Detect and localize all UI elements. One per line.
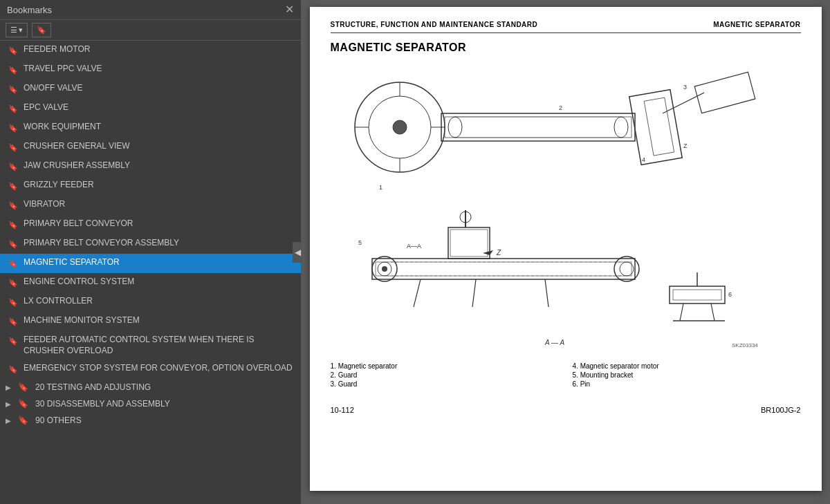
bookmark-item-onoff-valve[interactable]: 🔖 ON/OFF VALVE [0, 80, 301, 99]
document-panel: ◀ STRUCTURE, FUNCTION AND MAINTENANCE ST… [301, 0, 830, 504]
bookmark-icon-onoff-valve: 🔖 [8, 84, 18, 95]
caption-text-1: Magnetic separator [338, 362, 398, 370]
bookmark-label-feeder-auto: FEEDER AUTOMATIC CONTROL SYSTEM WHEN THE… [24, 335, 295, 356]
doc-code: BR100JG-2 [761, 406, 800, 414]
section-testing[interactable]: ▶ 🔖 20 TESTING AND ADJUSTING [0, 379, 301, 395]
bookmark-label-primary-belt-assembly: PRIMARY BELT CONVEYOR ASSEMBLY [24, 238, 295, 249]
caption-5: 5. Mounting bracket [573, 371, 801, 379]
svg-rect-23 [376, 262, 631, 276]
svg-text:4: 4 [642, 156, 645, 163]
bookmark-item-grizzly-feeder[interactable]: 🔖 GRIZZLY FEEDER [0, 176, 301, 196]
svg-line-15 [663, 93, 704, 113]
bookmark-label-grizzly-feeder: GRIZZLY FEEDER [24, 180, 295, 191]
caption-text-3: Guard [338, 380, 358, 388]
bookmark-item-epc-valve[interactable]: 🔖 EPC VALVE [0, 99, 301, 118]
svg-text:2: 2 [559, 104, 562, 111]
caption-1: 1. Magnetic separator [331, 362, 559, 370]
bookmark-item-engine-control[interactable]: 🔖 ENGINE CONTROL SYSTEM [0, 273, 301, 292]
bookmark-item-primary-belt[interactable]: 🔖 PRIMARY BELT CONVEYOR [0, 215, 301, 234]
caption-grid: 1. Magnetic separator 4. Magnetic separa… [331, 362, 801, 388]
section-label-disassembly: 30 DISASSEMBLY AND ASSEMBLY [35, 399, 170, 409]
bookmark-label-machine-monitor: MACHINE MONITOR SYSTEM [24, 315, 295, 326]
bookmark-label-travel-ppc: TRAVEL PPC VALVE [24, 64, 295, 75]
list-view-button[interactable]: ☰ ▾ [6, 23, 28, 37]
header-right-text: MAGNETIC SEPARATOR [713, 21, 800, 28]
bookmark-icon-lx-controller: 🔖 [8, 297, 18, 308]
bookmark-item-vibrator[interactable]: 🔖 VIBRATOR [0, 196, 301, 215]
bookmark-icon-magnetic-separator: 🔖 [8, 258, 18, 269]
bookmark-label-magnetic-separator: MAGNETIC SEPARATOR [24, 257, 295, 268]
bookmark-item-work-equipment[interactable]: 🔖 WORK EQUIPMENT [0, 118, 301, 138]
caption-num-1: 1. [331, 362, 336, 370]
header-left-text: STRUCTURE, FUNCTION AND MAINTENANCE STAN… [331, 21, 538, 28]
bookmark-label-crusher-general: CRUSHER GENERAL VIEW [24, 141, 295, 152]
svg-text:A — A: A — A [544, 339, 564, 346]
bookmark-icon: 🔖 [37, 26, 46, 35]
close-button[interactable]: ✕ [285, 4, 294, 15]
bookmark-icon-vibrator: 🔖 [8, 200, 18, 211]
caption-text-2: Guard [338, 371, 358, 379]
chevron-down-icon: ▾ [19, 26, 23, 35]
caption-4: 4. Magnetic separator motor [573, 362, 801, 370]
svg-point-9 [448, 117, 462, 138]
bookmark-icon-jaw-crusher: 🔖 [8, 161, 18, 172]
bookmark-item-feeder-motor[interactable]: 🔖 FEEDER MOTOR [0, 41, 301, 60]
bookmark-icon-feeder-motor: 🔖 [8, 45, 18, 56]
bookmarks-title: Bookmarks [7, 5, 52, 15]
caption-text-6: Pin [580, 380, 590, 388]
bookmark-item-lx-controller[interactable]: 🔖 LX CONTROLLER [0, 292, 301, 312]
svg-line-45 [680, 304, 683, 321]
bookmark-icon-primary-belt-assembly: 🔖 [8, 239, 18, 250]
svg-line-33 [545, 279, 548, 307]
bookmark-icon-emergency-stop: 🔖 [8, 364, 18, 375]
bookmark-icon-engine-control: 🔖 [8, 277, 18, 288]
caption-num-2: 2. [331, 371, 336, 379]
bookmarks-list: 🔖 FEEDER MOTOR 🔖 TRAVEL PPC VALVE 🔖 ON/O… [0, 41, 301, 504]
bookmark-label-feeder-motor: FEEDER MOTOR [24, 44, 295, 55]
caption-3: 3. Guard [331, 380, 559, 388]
bookmark-item-magnetic-separator[interactable]: 🔖 MAGNETIC SEPARATOR [0, 254, 301, 273]
svg-rect-22 [372, 259, 635, 279]
svg-rect-13 [629, 90, 681, 165]
caption-6: 6. Pin [573, 380, 801, 388]
expand-arrow-disassembly: ▶ [6, 400, 11, 408]
bookmark-icon-work-equipment: 🔖 [8, 122, 18, 133]
caption-num-3: 3. [331, 380, 336, 388]
svg-point-2 [393, 120, 407, 134]
section-disassembly[interactable]: ▶ 🔖 30 DISASSEMBLY AND ASSEMBLY [0, 395, 301, 412]
diagram-svg: 1 2 3 4 Z [331, 65, 801, 355]
svg-text:SKZ03334: SKZ03334 [732, 342, 758, 348]
bookmark-label-lx-controller: LX CONTROLLER [24, 296, 295, 307]
bookmarks-panel: Bookmarks ✕ ☰ ▾ 🔖 🔖 FEEDER MOTOR 🔖 TRAVE… [0, 0, 301, 504]
caption-text-4: Magnetic separator motor [580, 362, 659, 370]
panel-collapse-arrow[interactable]: ◀ [293, 242, 302, 263]
svg-rect-34 [448, 227, 490, 259]
bookmark-item-jaw-crusher[interactable]: 🔖 JAW CRUSHER ASSEMBLY [0, 157, 301, 176]
caption-2: 2. Guard [331, 371, 559, 379]
svg-line-46 [711, 304, 714, 321]
bookmark-icon-primary-belt: 🔖 [8, 219, 18, 230]
section-label-testing: 20 TESTING AND ADJUSTING [35, 382, 151, 392]
bookmark-item-crusher-general[interactable]: 🔖 CRUSHER GENERAL VIEW [0, 138, 301, 157]
bookmark-label-engine-control: ENGINE CONTROL SYSTEM [24, 277, 295, 288]
svg-rect-43 [673, 290, 721, 300]
bookmark-item-machine-monitor[interactable]: 🔖 MACHINE MONITOR SYSTEM [0, 312, 301, 331]
bookmark-view-button[interactable]: 🔖 [32, 23, 51, 37]
document-footer: 10-112 BR100JG-2 [331, 402, 801, 414]
section-others[interactable]: ▶ 🔖 90 OTHERS [0, 412, 301, 429]
document-title: MAGNETIC SEPARATOR [331, 41, 801, 54]
bookmark-icon-disassembly: 🔖 [18, 399, 28, 409]
caption-num-4: 4. [573, 362, 578, 370]
svg-rect-8 [445, 117, 631, 138]
caption-text-5: Mounting bracket [580, 371, 634, 379]
bookmark-item-feeder-auto[interactable]: 🔖 FEEDER AUTOMATIC CONTROL SYSTEM WHEN T… [0, 331, 301, 360]
bookmark-icon-testing: 🔖 [18, 382, 28, 392]
svg-line-32 [472, 279, 476, 307]
bookmark-item-travel-ppc[interactable]: 🔖 TRAVEL PPC VALVE [0, 60, 301, 80]
bookmark-icon-feeder-auto: 🔖 [8, 335, 18, 346]
svg-text:5: 5 [358, 239, 362, 246]
bookmark-item-primary-belt-assembly[interactable]: 🔖 PRIMARY BELT CONVEYOR ASSEMBLY [0, 234, 301, 254]
bookmark-icon-travel-ppc: 🔖 [8, 64, 18, 75]
bookmark-item-emergency-stop[interactable]: 🔖 EMERGENCY STOP SYSTEM FOR CONVEYOR, OP… [0, 360, 301, 379]
svg-text:3: 3 [683, 84, 687, 91]
